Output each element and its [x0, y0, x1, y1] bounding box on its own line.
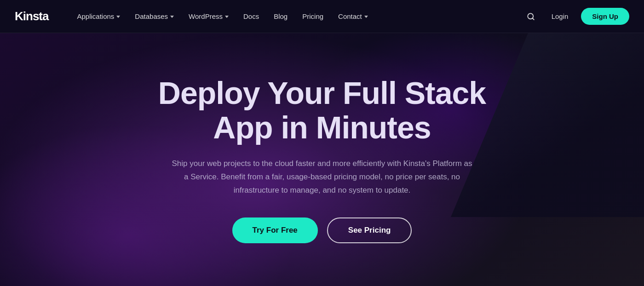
chevron-down-icon	[364, 16, 368, 18]
nav-item-contact[interactable]: Contact	[332, 9, 374, 24]
svg-line-1	[532, 18, 534, 19]
nav-label-wordpress: WordPress	[189, 12, 223, 20]
hero-title: Deploy Your Full Stack App in Minutes	[158, 76, 486, 145]
nav-label-databases: Databases	[135, 12, 168, 20]
nav-label-docs: Docs	[243, 12, 259, 20]
hero-cta-group: Try For Free See Pricing	[158, 217, 486, 243]
nav-item-databases[interactable]: Databases	[128, 9, 180, 24]
nav-right: Login Sign Up	[523, 8, 629, 25]
nav-label-applications: Applications	[77, 12, 114, 20]
chevron-down-icon	[170, 16, 174, 18]
try-for-free-button[interactable]: Try For Free	[232, 217, 318, 243]
signup-button[interactable]: Sign Up	[581, 8, 629, 25]
nav-item-docs[interactable]: Docs	[237, 9, 265, 24]
nav-label-contact: Contact	[338, 12, 362, 20]
hero-title-line1: Deploy Your Full Stack	[158, 75, 486, 110]
nav-item-wordpress[interactable]: WordPress	[182, 9, 235, 24]
hero-subtitle: Ship your web projects to the cloud fast…	[170, 157, 474, 197]
nav-label-pricing: Pricing	[302, 12, 323, 20]
hero-title-line2: App in Minutes	[213, 110, 431, 145]
chevron-down-icon	[116, 16, 120, 18]
login-button[interactable]: Login	[546, 9, 574, 24]
nav-item-applications[interactable]: Applications	[70, 9, 126, 24]
search-icon	[527, 12, 535, 21]
nav-links: Applications Databases WordPress Docs Bl…	[70, 9, 523, 24]
navigation: Kinsta Applications Databases WordPress …	[0, 0, 644, 33]
hero-content: Deploy Your Full Stack App in Minutes Sh…	[158, 76, 486, 243]
nav-item-blog[interactable]: Blog	[267, 9, 294, 24]
hero-section: Deploy Your Full Stack App in Minutes Sh…	[0, 33, 644, 286]
search-button[interactable]	[523, 10, 539, 23]
logo[interactable]: Kinsta	[15, 9, 48, 23]
see-pricing-button[interactable]: See Pricing	[327, 217, 412, 243]
chevron-down-icon	[225, 16, 229, 18]
nav-label-blog: Blog	[274, 12, 288, 20]
nav-item-pricing[interactable]: Pricing	[296, 9, 330, 24]
